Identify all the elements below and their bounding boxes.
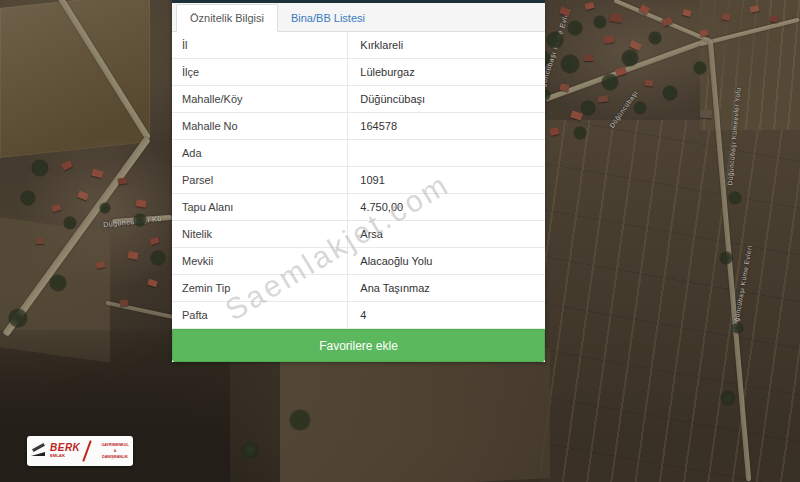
logo-text-block: BERK EMLAK xyxy=(50,443,80,459)
map-field xyxy=(280,348,550,482)
map-tree xyxy=(546,31,564,49)
row-value xyxy=(347,140,545,166)
add-to-favorites-button[interactable]: Favorilere ekle xyxy=(172,329,545,362)
row-value: Arsa xyxy=(347,221,545,247)
row-label: Tapu Alanı xyxy=(172,194,347,220)
table-row: Nitelik Arsa xyxy=(172,221,545,248)
logo-brand-text: BERK xyxy=(50,443,80,453)
row-label: İlçe xyxy=(172,59,347,85)
row-label: Nitelik xyxy=(172,221,347,247)
map-tree xyxy=(573,126,587,140)
map-tree xyxy=(732,322,744,334)
map-tree xyxy=(601,73,619,91)
parcel-info-panel: Öznitelik Bilgisi Bina/BB Listesi İl Kır… xyxy=(172,0,545,362)
map-tree xyxy=(593,15,607,29)
logo-tagline-line: & xyxy=(114,449,117,453)
map-tree xyxy=(648,31,662,45)
row-label: Mevkii xyxy=(172,248,347,274)
map-building xyxy=(770,15,779,22)
map-tree xyxy=(150,250,166,266)
map-tree xyxy=(241,441,259,459)
table-row: Mahalle/Köy Düğüncübaşı xyxy=(172,86,545,113)
table-row: İlçe Lüleburgaz xyxy=(172,59,545,86)
map-tree xyxy=(133,213,147,227)
row-label: Zemin Tip xyxy=(172,275,347,301)
berk-logo-mark-icon xyxy=(31,444,47,458)
row-value: 1091 xyxy=(347,167,545,193)
map-tree xyxy=(728,191,742,205)
table-row: Pafta 4 xyxy=(172,302,545,329)
logo-slash-divider xyxy=(83,440,92,461)
map-tree xyxy=(719,251,733,265)
map-tree xyxy=(662,85,678,101)
map-building xyxy=(645,79,654,86)
row-value: 4.750,00 xyxy=(347,194,545,220)
map-tree xyxy=(99,202,111,214)
row-value: Alacaoğlu Yolu xyxy=(347,248,545,274)
tab-oznitelik-bilgisi[interactable]: Öznitelik Bilgisi xyxy=(176,4,278,32)
row-value: 164578 xyxy=(347,113,545,139)
map-tree xyxy=(560,54,580,74)
attribute-table-body: İl Kırklareli İlçe Lüleburgaz Mahalle/Kö… xyxy=(172,32,545,329)
map-tree xyxy=(720,390,736,406)
map-building xyxy=(120,299,129,306)
row-value: Düğüncübaşı xyxy=(347,86,545,112)
row-label: Mahalle No xyxy=(172,113,347,139)
table-row: Mahalle No 164578 xyxy=(172,113,545,140)
map-tree xyxy=(8,308,28,328)
row-label: İl xyxy=(172,32,347,58)
table-row: Parsel 1091 xyxy=(172,167,545,194)
row-label: Pafta xyxy=(172,302,347,328)
attribute-table: İl Kırklareli İlçe Lüleburgaz Mahalle/Kö… xyxy=(172,32,545,329)
map-tree xyxy=(20,190,36,206)
logo-tagline: GAYRİMENKUL & DANIŞMANLIK xyxy=(93,442,137,460)
logo-tagline-line: GAYRİMENKUL xyxy=(102,443,129,447)
row-value: Lüleburgaz xyxy=(347,59,545,85)
map-tree xyxy=(49,274,67,292)
map-building xyxy=(700,109,713,118)
map-field-strips xyxy=(540,120,800,482)
row-label: Ada xyxy=(172,140,347,166)
row-value: Kırklareli xyxy=(347,32,545,58)
map-tree xyxy=(621,49,639,67)
row-value: Ana Taşınmaz xyxy=(347,275,545,301)
row-label: Mahalle/Köy xyxy=(172,86,347,112)
map-building xyxy=(584,55,593,61)
table-row: Mevkii Alacaoğlu Yolu xyxy=(172,248,545,275)
logo-tagline-line: DANIŞMANLIK xyxy=(102,455,128,459)
row-label: Parsel xyxy=(172,167,347,193)
table-row: Tapu Alanı 4.750,00 xyxy=(172,194,545,221)
screen: Düğüncübaşı Kü Düğüncübaşı Küme Evleri D… xyxy=(0,0,800,482)
tab-bina-bb-listesi[interactable]: Bina/BB Listesi xyxy=(278,5,378,31)
map-tree xyxy=(63,216,77,230)
row-value: 4 xyxy=(347,302,545,328)
map-building xyxy=(36,238,44,244)
table-row: İl Kırklareli xyxy=(172,32,545,59)
map-tree xyxy=(693,61,707,75)
map-building xyxy=(135,199,146,208)
map-tree xyxy=(289,409,311,431)
berk-emlak-logo: BERK EMLAK GAYRİMENKUL & DANIŞMANLIK xyxy=(27,436,133,466)
table-row: Zemin Tip Ana Taşınmaz xyxy=(172,275,545,302)
map-tree xyxy=(567,20,583,36)
map-tree xyxy=(580,100,596,116)
panel-tabs: Öznitelik Bilgisi Bina/BB Listesi xyxy=(172,3,545,32)
map-tree xyxy=(31,159,49,177)
table-row: Ada xyxy=(172,140,545,167)
logo-brand-subtext: EMLAK xyxy=(50,453,71,457)
map-tree xyxy=(633,101,647,115)
